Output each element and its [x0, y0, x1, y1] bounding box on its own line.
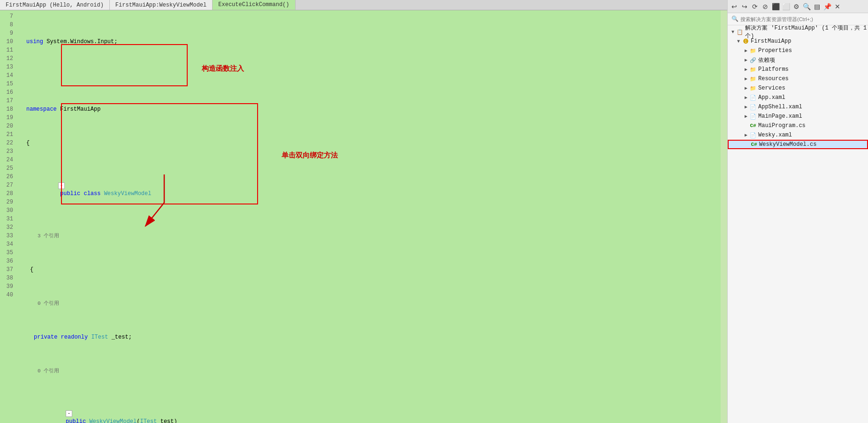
tree-properties[interactable]: ▶ 📁 Properties — [728, 46, 868, 55]
tree-mauiprogram[interactable]: C# MauiProgram.cs — [728, 121, 868, 130]
toolbar-settings-btn[interactable]: ⚙ — [792, 2, 801, 11]
toolbar-pin-btn[interactable]: 📌 — [822, 2, 832, 11]
properties-arrow: ▶ — [743, 48, 749, 53]
scrollbar[interactable] — [721, 10, 727, 423]
appxaml-icon: 📄 — [749, 94, 757, 101]
resources-arrow: ▶ — [743, 76, 749, 82]
solution-toolbar: ↩ ↪ ⟳ ⊘ ⬛ ⬜ ⚙ 🔍 ▤ 📌 ✕ — [728, 0, 868, 13]
code-line-11r: 3 个引用 — [23, 232, 717, 240]
annotation-box-constructor — [61, 44, 188, 86]
properties-label: Properties — [758, 47, 792, 54]
line-numbers: 7 8 9 10 11 12 13 14 15 16 17 18 19 20 2… — [0, 10, 19, 423]
code-line-7: using System.Windows.Input; — [23, 38, 717, 46]
weskyxaml-icon: 📄 — [749, 131, 757, 139]
code-content[interactable]: using System.Windows.Input; namespace Fi… — [19, 10, 721, 423]
search-icon: 🔍 — [731, 15, 739, 23]
resources-icon: 📁 — [749, 75, 757, 83]
solution-panel: ↩ ↪ ⟳ ⊘ ⬛ ⬜ ⚙ 🔍 ▤ 📌 ✕ 🔍 ▼ 📋 解决方案 'FirstM… — [727, 0, 868, 423]
weskyxaml-label: Wesky.xaml — [758, 132, 792, 138]
mauiprogram-icon: C# — [749, 122, 757, 129]
toolbar-back-btn[interactable]: ↩ — [730, 2, 739, 11]
toolbar-close-btn[interactable]: ✕ — [833, 2, 842, 11]
toolbar-search-btn[interactable]: 🔍 — [802, 2, 811, 11]
appshell-label: AppShell.xaml — [758, 104, 802, 110]
platforms-arrow: ▶ — [743, 67, 749, 72]
toolbar-refresh-btn[interactable]: ⬛ — [771, 2, 780, 11]
tab-execute[interactable]: ExecuteClickCommand() — [213, 0, 295, 10]
code-line-8 — [23, 71, 717, 80]
tree-appxaml[interactable]: ▶ 📄 App.xaml — [728, 93, 868, 102]
tree-services[interactable]: ▶ 📁 Services — [728, 83, 868, 93]
deps-arrow: ▶ — [743, 57, 749, 63]
search-input[interactable] — [740, 16, 864, 22]
platforms-icon: 📁 — [749, 66, 757, 73]
appxaml-label: App.xaml — [758, 94, 785, 101]
services-label: Services — [758, 85, 785, 91]
project-label: FirstMauiApp — [751, 38, 791, 45]
code-line-13: private readonly ITest _test; — [23, 333, 717, 341]
mainpage-icon: 📄 — [749, 113, 757, 120]
services-arrow: ▶ — [743, 85, 749, 91]
solution-icon: 📋 — [736, 28, 744, 36]
tree-mainpage[interactable]: ▶ 📄 MainPage.xaml — [728, 112, 868, 121]
project-icon: 🅒 — [742, 38, 749, 45]
toolbar-forward-btn[interactable]: ↪ — [740, 2, 749, 11]
services-icon: 📁 — [749, 84, 757, 92]
tree-appshell[interactable]: ▶ 📄 AppShell.xaml — [728, 102, 868, 112]
properties-icon: 📁 — [749, 47, 757, 54]
solution-tree: ▼ 📋 解决方案 'FirstMauiApp' (1 个项目，共 1 个) ▼ … — [728, 25, 868, 423]
code-area: 7 8 9 10 11 12 13 14 15 16 17 18 19 20 2… — [0, 10, 727, 423]
platforms-label: Platforms — [758, 66, 789, 73]
tab-bar: FirstMauiApp (Hello, Android) FirstMauiA… — [0, 0, 727, 10]
mainpage-arrow: ▶ — [743, 113, 749, 119]
weskyviewmodel-arrow — [744, 142, 750, 147]
code-line-13ref: 0 个引用 — [23, 299, 717, 308]
code-line-12: { — [23, 265, 717, 274]
mauiprogram-label: MauiProgram.cs — [758, 122, 806, 129]
toolbar-stop-btn[interactable]: ⊘ — [761, 2, 770, 11]
appxaml-arrow: ▶ — [743, 95, 749, 100]
solution-search: 🔍 — [728, 13, 868, 25]
annotation-command-label: 单击双向绑定方法 — [282, 151, 338, 159]
tree-weskyxaml[interactable]: ▶ 📄 Wesky.xaml — [728, 130, 868, 140]
tree-resources[interactable]: ▶ 📁 Resources — [728, 74, 868, 83]
code-line-10: { — [23, 139, 717, 147]
tree-platforms[interactable]: ▶ 📁 Platforms — [728, 65, 868, 74]
tab-android[interactable]: FirstMauiApp (Hello, Android) — [0, 0, 110, 10]
code-line-11: - public class WeskyViewModel — [23, 173, 717, 206]
code-line-9: namespace FirstMauiApp — [23, 105, 717, 113]
appshell-icon: 📄 — [749, 103, 757, 111]
tree-solution-root[interactable]: ▼ 📋 解决方案 'FirstMauiApp' (1 个项目，共 1 个) — [728, 27, 868, 37]
weskyxaml-arrow: ▶ — [743, 132, 749, 138]
appshell-arrow: ▶ — [743, 104, 749, 110]
toolbar-copy-btn[interactable]: ⬜ — [781, 2, 791, 11]
weskyviewmodel-label: WeskyViewModel.cs — [759, 141, 816, 148]
tree-weskyviewmodel[interactable]: C# WeskyViewModel.cs — [728, 140, 868, 149]
mauiprogram-arrow — [743, 123, 749, 128]
solution-arrow: ▼ — [730, 30, 736, 35]
toolbar-filter-btn[interactable]: ▤ — [812, 2, 822, 11]
deps-label: 依赖项 — [758, 56, 775, 64]
toolbar-sync-btn[interactable]: ⟳ — [750, 2, 760, 11]
resources-label: Resources — [758, 76, 789, 82]
code-line-14: - public WeskyViewModel(ITest test) — [23, 400, 717, 423]
weskyviewmodel-icon: C# — [750, 141, 758, 148]
mainpage-label: MainPage.xaml — [758, 113, 802, 120]
tab-viewmodel[interactable]: FirstMauiApp:WeskyViewModel — [110, 0, 213, 10]
editor-panel: FirstMauiApp (Hello, Android) FirstMauiA… — [0, 0, 727, 423]
tree-deps[interactable]: ▶ 🔗 依赖项 — [728, 55, 868, 65]
deps-icon: 🔗 — [749, 56, 757, 64]
code-line-14ref: 0 个引用 — [23, 367, 717, 375]
project-arrow: ▼ — [735, 39, 742, 44]
